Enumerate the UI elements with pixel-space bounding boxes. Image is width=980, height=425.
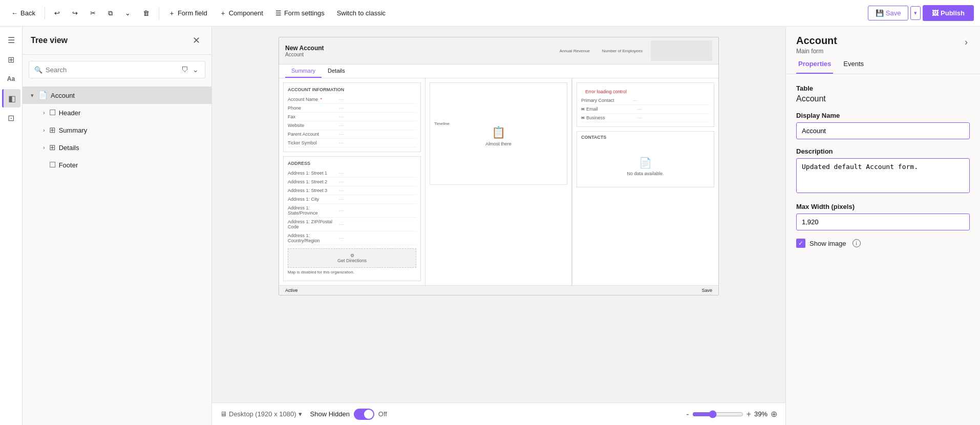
field-label-street2: Address 1: Street 2 — [288, 179, 339, 184]
grid-icon-details: ⊞ — [49, 143, 56, 152]
field-label-website: Website — [288, 123, 339, 128]
text-icon: Aa — [7, 75, 15, 82]
address-title: ADDRESS — [288, 161, 416, 166]
sidebar-item-footer[interactable]: › ☐ Footer — [23, 156, 211, 174]
form-top-bar: New Account Account Annual Revenue Numbe… — [279, 37, 718, 65]
sidebar-item-summary[interactable]: › ⊞ Summary — [23, 121, 211, 139]
field-account-name: Account Name * --- — [288, 95, 416, 104]
field-dots-2: --- — [339, 105, 344, 111]
chevron-down-icon: ⌄ — [125, 9, 131, 17]
toolbar-right: 💾 Save ▾ 🖼 Publish — [868, 5, 974, 21]
display-name-input[interactable] — [796, 122, 970, 139]
search-input[interactable] — [46, 66, 177, 74]
expand-icon-header: › — [43, 110, 45, 116]
no-data-label: No data available. — [627, 171, 664, 176]
plus-icon: + — [747, 410, 751, 418]
undo-button[interactable]: ↩ — [49, 6, 65, 20]
form-settings-button[interactable]: ☰ Form settings — [270, 6, 330, 20]
nav-components-button[interactable]: ⊡ — [2, 109, 20, 127]
save-dropdown-button[interactable]: ▾ — [910, 6, 921, 20]
zoom-plus-button[interactable]: + — [747, 410, 751, 419]
details-label: Details — [59, 144, 79, 152]
form-settings-label: Form settings — [284, 9, 325, 17]
publish-button[interactable]: 🖼 Publish — [923, 5, 974, 21]
header-label: Header — [59, 109, 81, 117]
zoom-slider[interactable] — [692, 410, 743, 418]
zoom-minus-button[interactable]: - — [686, 410, 689, 419]
add-icon-2: ＋ — [220, 9, 226, 18]
timeline-icon: 📋 — [492, 126, 505, 139]
description-textarea[interactable]: Updated default Account form. — [796, 158, 970, 193]
field-label-city: Address 1: City — [288, 197, 339, 202]
sidebar-item-header[interactable]: › ☐ Header — [23, 104, 211, 121]
field-dots-state: --- — [339, 208, 344, 213]
field-label-ticker: Ticker Symbol — [288, 140, 339, 145]
delete-button[interactable]: 🗑 — [138, 6, 155, 20]
right-panel-tabs: Properties Events — [786, 55, 980, 74]
field-label-account-name: Account Name * — [288, 97, 339, 102]
nav-menu-button[interactable]: ☰ — [2, 31, 20, 49]
contacts-section: CONTACTS 📄 No data available. — [577, 131, 714, 187]
search-icons: ⛉ ⌄ — [180, 65, 200, 75]
tab-properties[interactable]: Properties — [796, 55, 833, 74]
canvas-area: New Account Account Annual Revenue Numbe… — [212, 27, 785, 425]
right-panel: Account Main form › Properties Events Ta… — [785, 27, 980, 425]
col3: Error loading control Primary Contact --… — [572, 78, 718, 285]
account-info-title: ACCOUNT INFORMATION — [288, 87, 416, 92]
contacts-title: CONTACTS — [577, 132, 714, 143]
right-panel-header: Account Main form › — [786, 27, 980, 55]
sidebar-close-button[interactable]: ✕ — [189, 34, 203, 47]
menu-icon: ☰ — [8, 35, 15, 45]
form-preview: New Account Account Annual Revenue Numbe… — [279, 37, 719, 295]
table-label: Table — [796, 84, 970, 92]
redo-button[interactable]: ↪ — [67, 6, 83, 20]
field-dots-3: --- — [339, 114, 344, 119]
show-image-checkbox[interactable]: ✓ — [796, 239, 805, 248]
field-label-fax: Fax — [288, 114, 339, 119]
component-button[interactable]: ＋ Component — [215, 6, 268, 21]
nav-layers-button[interactable]: ◧ — [2, 89, 20, 108]
save-button[interactable]: 💾 Save — [868, 6, 909, 20]
bottom-bar: 🖥 Desktop (1920 x 1080) ▾ Show Hidden Of… — [212, 402, 785, 425]
delete-icon: 🗑 — [143, 9, 150, 17]
tab-events[interactable]: Events — [841, 55, 866, 74]
show-hidden-toggle[interactable] — [354, 409, 374, 420]
switch-classic-button[interactable]: Switch to classic — [332, 6, 391, 20]
max-width-input[interactable] — [796, 214, 970, 230]
chevron-down-icon[interactable]: ⌄ — [191, 65, 200, 75]
fit-to-window-button[interactable]: ⊕ — [771, 409, 777, 419]
tab-summary[interactable]: Summary — [285, 65, 322, 78]
field-ticker: Ticker Symbol --- — [288, 139, 416, 147]
save-icon: 💾 — [876, 9, 884, 17]
info-icon[interactable]: i — [853, 239, 861, 247]
dropdown-button[interactable]: ⌄ — [120, 6, 136, 20]
copy-icon: ⧉ — [108, 9, 113, 17]
sidebar-item-account[interactable]: ▾ 📄 Account — [23, 87, 211, 104]
no-data-icon: 📄 — [639, 157, 652, 169]
separator-2 — [159, 7, 159, 19]
copy-button[interactable]: ⧉ — [103, 6, 118, 20]
get-directions-label: Get Directions — [292, 258, 412, 263]
chart-placeholder — [651, 40, 712, 61]
zoom-control: - + 39% ⊕ — [686, 409, 777, 419]
section-icon-footer: ☐ — [49, 160, 56, 169]
nav-text-button[interactable]: Aa — [2, 70, 20, 88]
right-panel-expand-button[interactable]: › — [963, 35, 970, 50]
tab-details[interactable]: Details — [322, 65, 351, 78]
form-field-label: Form field — [178, 9, 207, 17]
field-dots-6: --- — [339, 140, 344, 145]
cut-button[interactable]: ✂ — [85, 6, 101, 20]
filter-icon[interactable]: ⛉ — [180, 65, 189, 75]
nav-apps-button[interactable]: ⊞ — [2, 50, 20, 69]
table-value: Account — [796, 94, 970, 103]
field-dots-email: --- — [637, 107, 642, 112]
section-icon-header: ☐ — [49, 108, 56, 117]
sidebar-item-details[interactable]: › ⊞ Details — [23, 139, 211, 156]
field-label-street1: Address 1: Street 1 — [288, 171, 339, 176]
component-label: Component — [229, 9, 263, 17]
form-field-button[interactable]: ＋ Form field — [163, 6, 212, 21]
field-business: ✉ Business --- — [581, 114, 710, 122]
back-button[interactable]: ← Back — [6, 6, 40, 20]
desktop-selector-button[interactable]: 🖥 Desktop (1920 x 1080) ▾ — [220, 410, 302, 418]
toolbar: ← Back ↩ ↪ ✂ ⧉ ⌄ 🗑 ＋ Form field ＋ Compon… — [0, 0, 980, 27]
